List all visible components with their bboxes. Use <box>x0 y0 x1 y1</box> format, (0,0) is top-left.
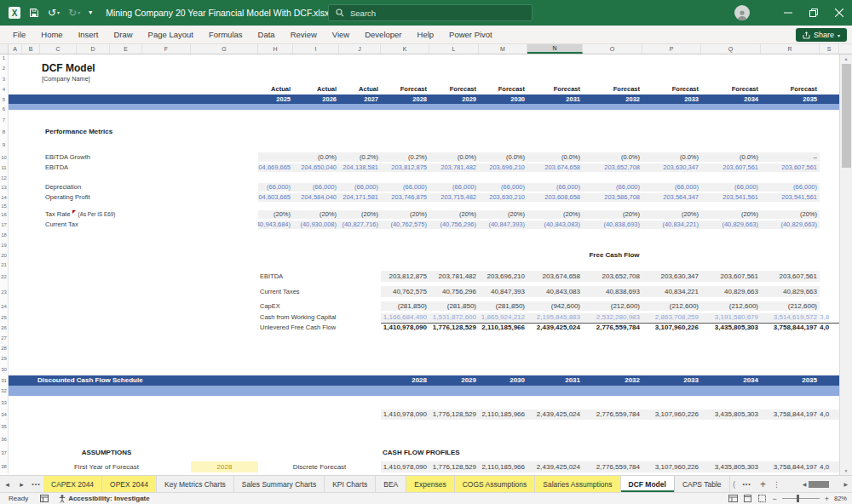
ribbon-tab-data[interactable]: Data <box>250 26 283 43</box>
value-cell[interactable]: 40,838,693 <box>583 286 642 297</box>
sheet-nav-left-icon[interactable]: ◂ <box>0 476 14 492</box>
dcf-year-cell[interactable]: 2030 <box>479 375 527 386</box>
value-cell[interactable]: 203,674,658 <box>527 163 583 173</box>
share-button[interactable]: Share ▾ <box>796 28 847 42</box>
value-cell[interactable]: (212,600) <box>642 301 701 311</box>
customize-qat-button[interactable]: ▾ <box>89 9 92 16</box>
dcf-year-cell[interactable]: 2035 <box>761 375 820 386</box>
value-cell[interactable]: (0.0%) <box>701 152 761 163</box>
row-header-15[interactable]: 15 <box>0 203 9 209</box>
value-cell[interactable]: 203,608,658 <box>527 192 583 203</box>
value-cell[interactable]: 2,532,280,983 <box>583 313 642 322</box>
value-cell[interactable]: (40,838,693) <box>583 220 642 230</box>
first-year-label-cell[interactable]: First Year of Forecast <box>22 461 191 472</box>
value-cell[interactable]: 1,776,128,529 <box>429 324 479 332</box>
dcf-year-cell[interactable]: 2032 <box>583 375 642 386</box>
year-cell[interactable]: 2032 <box>583 94 642 104</box>
value-cell[interactable]: (66,000) <box>479 182 527 192</box>
value-cell[interactable]: 203,630,347 <box>642 163 701 173</box>
more-sheets-icon[interactable]: ••• <box>739 476 756 492</box>
row-header-20[interactable]: 20 <box>0 250 9 261</box>
value-cell[interactable]: (20%) <box>381 209 429 220</box>
value-cell[interactable]: 203,696,210 <box>479 163 527 173</box>
value-cell[interactable]: 203,746,875 <box>381 192 429 203</box>
save-icon[interactable] <box>29 8 39 18</box>
forecast-method-cell[interactable]: Discrete Forecast <box>258 461 381 472</box>
value-cell[interactable]: 1,776,128,529 <box>429 461 479 472</box>
value-cell[interactable]: 3,107,960,226 <box>642 410 701 420</box>
value-cell[interactable]: (66,000) <box>642 182 701 192</box>
zoom-in-button[interactable]: + <box>825 495 829 503</box>
sheet-nav-right-icon[interactable]: ▸ <box>14 476 29 492</box>
value-cell[interactable]: 1,410,978,090 <box>381 461 429 472</box>
row-header-8[interactable]: 8 <box>0 126 9 137</box>
close-button[interactable] <box>826 0 852 26</box>
row-header-30[interactable]: 30 <box>0 364 9 375</box>
sheet-tab-capex-2044[interactable]: CAPEX 2044 <box>43 476 102 492</box>
column-header-A[interactable]: A <box>9 44 22 54</box>
ribbon-tab-developer[interactable]: Developer <box>357 26 409 43</box>
value-cell[interactable]: 2,439,425,024 <box>527 410 583 420</box>
period-type-cell[interactable]: Forecast <box>642 83 701 94</box>
value-cell[interactable]: (66,000) <box>258 182 293 192</box>
hscroll-right-icon[interactable]: ▶ <box>843 481 848 487</box>
normal-view-icon[interactable] <box>728 495 738 502</box>
value-cell[interactable]: 2,110,185,966 <box>479 324 527 332</box>
value-cell[interactable]: (0.2%) <box>339 152 381 163</box>
value-cell[interactable]: (281,850) <box>429 301 479 311</box>
period-type-cell[interactable]: Forecast <box>761 83 820 94</box>
row-header-29[interactable]: 29 <box>0 353 9 364</box>
value-cell[interactable]: 3,107,960,226 <box>642 324 701 332</box>
page-layout-view-icon[interactable] <box>743 495 752 502</box>
value-cell[interactable]: 3,758,844,197 <box>761 410 820 420</box>
value-cell[interactable]: (20%) <box>761 209 820 220</box>
value-cell[interactable]: (0.0%) <box>429 152 479 163</box>
value-cell[interactable]: (20%) <box>527 209 583 220</box>
row-label-cell[interactable]: EBITDA <box>258 271 381 282</box>
row-header-21[interactable]: 21 <box>0 261 9 269</box>
performance-heading-cell[interactable]: Performance Metrics <box>40 126 258 137</box>
value-cell[interactable]: (66,000) <box>527 182 583 192</box>
value-cell[interactable]: 203,607,561 <box>761 271 820 282</box>
dcf-year-cell[interactable]: 2028 <box>381 375 429 386</box>
row-header-19[interactable]: 19 <box>0 240 9 250</box>
value-cell[interactable]: 2,110,185,966 <box>479 461 527 472</box>
row-header-37[interactable]: 37 <box>0 445 9 460</box>
row-header-10[interactable]: 10 <box>0 152 9 163</box>
ribbon-tab-page-layout[interactable]: Page Layout <box>141 26 201 43</box>
value-cell[interactable]: (20%) <box>701 209 761 220</box>
vertical-scrollbar[interactable]: ▲▼ <box>839 54 852 475</box>
value-cell[interactable]: 2,776,559,784 <box>583 324 642 332</box>
clipped-value-cell[interactable]: 3,8 <box>820 313 839 322</box>
ribbon-tab-power-pivot[interactable]: Power Pivot <box>441 26 500 43</box>
row-label-cell[interactable]: EBITDA Growth <box>40 152 258 163</box>
value-cell[interactable]: (40,762,575) <box>381 220 429 230</box>
page-break-view-icon[interactable] <box>757 495 767 502</box>
value-cell[interactable]: 203,812,875 <box>381 271 429 282</box>
value-cell[interactable]: (20%) <box>339 209 381 220</box>
year-cell[interactable]: 2034 <box>701 94 761 104</box>
value-cell[interactable]: (0.0%) <box>293 152 339 163</box>
year-cell[interactable]: 2035 <box>761 94 820 104</box>
value-cell[interactable]: 203,781,482 <box>429 163 479 173</box>
value-cell[interactable]: (212,600) <box>701 301 761 311</box>
row-header-38[interactable]: 38 <box>0 460 9 473</box>
row-header-25[interactable]: 25 <box>0 312 9 323</box>
vscroll-thumb[interactable] <box>842 64 851 168</box>
period-type-cell[interactable]: Forecast <box>701 83 761 94</box>
column-header-D[interactable]: D <box>77 44 110 54</box>
sheet-tab-expenses[interactable]: Expenses <box>406 476 454 492</box>
value-cell[interactable]: 3,435,805,303 <box>701 324 761 332</box>
value-cell[interactable]: 203,586,708 <box>583 192 642 203</box>
column-header-I[interactable]: I <box>293 44 339 54</box>
ribbon-tab-home[interactable]: Home <box>33 26 70 43</box>
value-cell[interactable]: 3,435,805,303 <box>701 461 761 472</box>
redo-button[interactable]: ↻▾ <box>68 8 80 18</box>
value-cell[interactable]: 203,696,210 <box>479 271 527 282</box>
sheet-tab-bea[interactable]: BEA <box>376 476 406 492</box>
value-cell[interactable]: 1,865,924,212 <box>479 313 527 322</box>
column-header-R[interactable]: R <box>761 44 820 54</box>
year-cell[interactable]: 2030 <box>479 94 527 104</box>
first-year-input-cell[interactable]: 2028 <box>191 461 258 472</box>
value-cell[interactable]: (0.0%) <box>479 152 527 163</box>
